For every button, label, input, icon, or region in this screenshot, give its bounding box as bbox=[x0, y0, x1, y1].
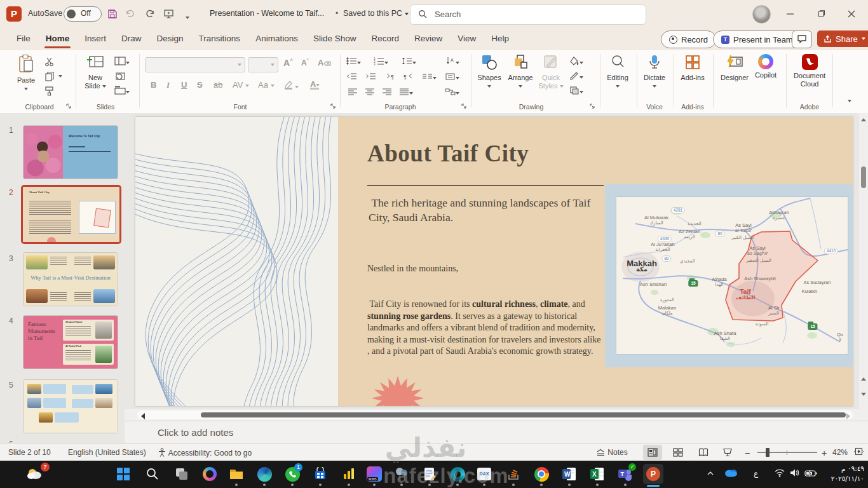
tab-record[interactable]: Record bbox=[363, 28, 407, 50]
tab-file[interactable]: File bbox=[9, 28, 38, 50]
align-left-icon[interactable] bbox=[348, 87, 358, 98]
designer-button[interactable]: Designer bbox=[718, 54, 751, 82]
tab-slide-show[interactable]: Slide Show bbox=[306, 28, 364, 50]
shape-fill-icon[interactable] bbox=[569, 57, 583, 68]
minimize-button[interactable] bbox=[776, 0, 804, 28]
tray-show-hidden-icons[interactable] bbox=[707, 468, 714, 480]
zoom-out-button[interactable]: − bbox=[745, 448, 750, 458]
horizontal-scrollbar-track[interactable] bbox=[137, 410, 853, 419]
map-picture-frame[interactable]: Al MubarakالمباركالجديدةAz ZemahالزيمةAl… bbox=[605, 184, 853, 367]
slide-body-text[interactable]: Nestled in the mountains, Taif City is r… bbox=[367, 240, 605, 381]
excel-icon[interactable]: X bbox=[588, 465, 606, 483]
close-button[interactable] bbox=[837, 0, 865, 28]
next-slide-icon[interactable] bbox=[861, 393, 866, 396]
new-slide-button[interactable]: NewSlide bbox=[80, 54, 111, 90]
onedrive-icon[interactable] bbox=[723, 467, 738, 480]
grow-font-icon[interactable]: A^ bbox=[283, 58, 293, 68]
shape-outline-icon[interactable] bbox=[569, 71, 583, 83]
tab-help[interactable]: Help bbox=[484, 28, 517, 50]
slide-thumbnail-4[interactable]: FamousMonumentsin Taif Shubra Palace Al … bbox=[23, 315, 118, 369]
section-icon[interactable] bbox=[114, 86, 130, 97]
comments-button[interactable] bbox=[792, 30, 812, 48]
reset-slide-icon[interactable] bbox=[114, 71, 126, 83]
task-view-button[interactable] bbox=[173, 465, 191, 483]
change-case-button[interactable]: Aa bbox=[258, 80, 275, 90]
save-icon[interactable] bbox=[105, 7, 119, 21]
zoom-level[interactable]: 42% bbox=[832, 448, 848, 457]
slide-layout-icon[interactable] bbox=[114, 57, 130, 68]
add-ins-button[interactable]: Add-ins bbox=[677, 54, 708, 82]
horizontal-scrollbar-thumb[interactable] bbox=[201, 412, 846, 417]
chrome-icon[interactable] bbox=[532, 465, 550, 483]
font-name-combobox[interactable] bbox=[145, 57, 245, 72]
decrease-indent-icon[interactable] bbox=[346, 72, 357, 83]
format-painter-icon[interactable] bbox=[44, 86, 55, 98]
taskbar-copilot-icon[interactable] bbox=[201, 465, 219, 483]
autosave-toggle[interactable]: Off bbox=[64, 6, 102, 22]
bold-button[interactable]: B bbox=[151, 80, 156, 90]
scroll-up-icon[interactable] bbox=[861, 118, 866, 121]
slide-thumbnail-5[interactable] bbox=[23, 379, 118, 433]
font-size-combobox[interactable] bbox=[248, 57, 278, 72]
redo-icon[interactable] bbox=[142, 7, 156, 21]
collapse-ribbon-icon[interactable] bbox=[848, 100, 851, 102]
numbering-icon[interactable]: 123 bbox=[374, 57, 388, 68]
slideshow-view-button[interactable] bbox=[718, 445, 737, 460]
ltr-paragraph-icon[interactable]: ¶ bbox=[385, 72, 396, 83]
maximize-button[interactable] bbox=[807, 0, 835, 28]
share-button[interactable]: Share bbox=[817, 30, 868, 47]
slide-thumbnail-1[interactable]: Welcome To Taif City bbox=[23, 125, 118, 179]
align-right-icon[interactable] bbox=[382, 87, 392, 98]
character-spacing-button[interactable]: ab bbox=[214, 80, 222, 90]
slide-sorter-view-button[interactable] bbox=[668, 445, 688, 460]
scroll-left-icon[interactable] bbox=[141, 413, 145, 419]
increase-indent-icon[interactable] bbox=[365, 72, 376, 83]
powerpoint-taskbar-icon[interactable]: P bbox=[643, 464, 663, 484]
clear-formatting-icon[interactable]: A⌫ bbox=[318, 58, 331, 67]
clipboard-dialog-launcher[interactable] bbox=[66, 104, 72, 109]
slide-title[interactable]: About Taif City bbox=[367, 140, 529, 167]
battery-icon[interactable] bbox=[804, 468, 817, 480]
line-spacing-icon[interactable] bbox=[402, 57, 416, 68]
whatsapp-icon[interactable]: 1 bbox=[283, 465, 301, 483]
arrange-button[interactable]: Arrange bbox=[506, 54, 535, 90]
zoom-slider-thumb[interactable] bbox=[766, 448, 770, 457]
paste-options-chevron-icon[interactable] bbox=[58, 75, 62, 78]
copilot-button[interactable]: Copilot bbox=[751, 54, 780, 79]
dictate-button[interactable]: Dictate bbox=[641, 54, 668, 90]
slide-thumbnail-2-selected[interactable]: About Taif City bbox=[21, 185, 121, 244]
tray-clock[interactable]: ٠٩:٤٩ م ٢٠٢٥/١١/١٠ bbox=[821, 463, 864, 484]
slideshow-from-start-icon[interactable] bbox=[161, 7, 175, 21]
zoom-in-button[interactable]: + bbox=[822, 448, 827, 458]
reading-view-button[interactable] bbox=[694, 445, 713, 460]
copy-icon[interactable] bbox=[44, 71, 55, 84]
user-avatar[interactable] bbox=[752, 5, 771, 24]
drawing-dialog-launcher[interactable] bbox=[590, 104, 595, 109]
shrink-font-icon[interactable]: Aˇ bbox=[301, 58, 308, 67]
tab-view[interactable]: View bbox=[450, 28, 484, 50]
language-button[interactable]: English (United States) bbox=[68, 448, 146, 457]
microsoft-store-icon[interactable] bbox=[311, 465, 329, 483]
vertical-scrollbar[interactable] bbox=[859, 113, 868, 421]
shapes-button[interactable]: Shapes bbox=[475, 54, 503, 90]
tab-draw[interactable]: Draw bbox=[114, 28, 149, 50]
highlight-color-icon[interactable] bbox=[283, 79, 299, 92]
notes-toggle-button[interactable]: Notes bbox=[596, 448, 628, 457]
language-indicator[interactable]: ع bbox=[754, 469, 758, 478]
slide-subtitle[interactable]: The rich heritage and stunning landscape… bbox=[369, 196, 599, 225]
slide-thumbnail-3[interactable]: Why Taif is a Must-Visit Destination bbox=[23, 252, 118, 306]
text-direction-icon[interactable]: A bbox=[445, 57, 459, 68]
paste-button[interactable]: Paste bbox=[11, 54, 41, 93]
slide-2[interactable]: About Taif City The rich heritage and st… bbox=[135, 117, 853, 406]
weather-widget[interactable]: 7 bbox=[25, 465, 47, 483]
rtl-paragraph-icon[interactable]: ¶ bbox=[403, 72, 414, 83]
underline-button[interactable]: U bbox=[181, 80, 187, 90]
horizontal-scrollbar[interactable] bbox=[125, 409, 859, 421]
convert-to-smartart-icon[interactable] bbox=[445, 87, 459, 98]
word-icon[interactable]: W bbox=[560, 465, 578, 483]
strikethrough-button[interactable]: S bbox=[197, 80, 203, 90]
teams-icon[interactable]: T ✓ bbox=[616, 465, 634, 483]
scroll-right-icon[interactable] bbox=[846, 413, 850, 419]
customize-qat-icon[interactable] bbox=[180, 7, 194, 21]
tab-design[interactable]: Design bbox=[149, 28, 191, 50]
